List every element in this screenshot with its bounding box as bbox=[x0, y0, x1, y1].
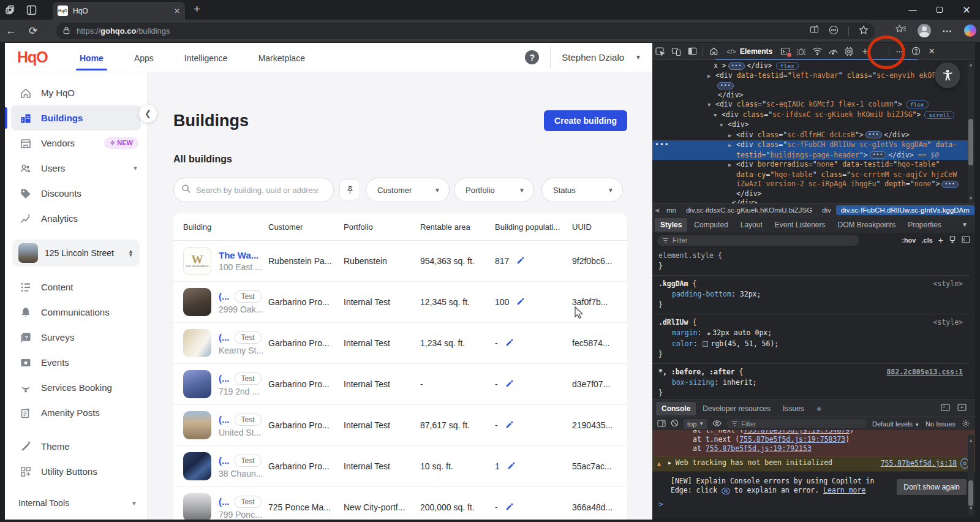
lock-icon[interactable] bbox=[62, 26, 70, 37]
dom-node[interactable]: ▶<div borderradius="none" data-testid="h… bbox=[652, 160, 969, 199]
console-sidebar-icon[interactable] bbox=[657, 420, 666, 428]
elements-scrollbar[interactable]: ▲ ▼ bbox=[968, 61, 974, 202]
devtools-help-icon[interactable] bbox=[908, 44, 924, 59]
console-add-tab-icon[interactable]: + bbox=[811, 401, 827, 416]
tab-properties[interactable]: Properties bbox=[902, 218, 947, 232]
dom-node[interactable]: </div> bbox=[652, 91, 969, 100]
console-filter-input[interactable]: Filter bbox=[726, 419, 867, 428]
table-row[interactable]: (...Test 2999 Oak... Garbarino Pro... In… bbox=[173, 282, 627, 323]
tab-dom-breakpoints[interactable]: DOM Breakpoints bbox=[832, 218, 901, 232]
application-icon[interactable] bbox=[841, 44, 857, 59]
sidebar-item-my-hqo[interactable]: My HqO bbox=[5, 80, 147, 105]
learn-more-link[interactable]: Learn more bbox=[823, 486, 865, 494]
devtools-close-icon[interactable]: ✕ bbox=[924, 44, 940, 59]
table-row[interactable]: (...Test Kearny St... Garbarino Pro... I… bbox=[173, 323, 627, 364]
building-name-link[interactable]: The Wa... bbox=[219, 250, 262, 260]
topnav-intelligence[interactable]: Intelligence bbox=[183, 45, 229, 70]
edit-population-icon[interactable] bbox=[516, 256, 525, 267]
user-caret-icon[interactable]: ▼ bbox=[635, 54, 641, 61]
sidebar-item-internal-tools[interactable]: Internal Tools ▼ bbox=[5, 493, 147, 513]
css-property[interactable]: box-sizing: inherit; bbox=[658, 377, 963, 388]
favorites-bar-icon[interactable] bbox=[895, 25, 907, 37]
profile-avatar[interactable] bbox=[918, 24, 931, 37]
address-bar[interactable]: https://gohqo.co/buildings bbox=[56, 23, 875, 39]
table-row[interactable]: (...Test United St... Garbarino Pro... I… bbox=[173, 405, 627, 446]
expand-closed-icon[interactable]: ▶ bbox=[728, 131, 732, 141]
stack-source-link[interactable]: 755.87be5f5d.js:19:754879 bbox=[744, 430, 850, 434]
dom-node[interactable]: x >•••</div>flex bbox=[652, 61, 969, 71]
column-header-population[interactable]: Building populati... bbox=[495, 222, 572, 232]
tab-close-icon[interactable]: ✕ bbox=[174, 7, 180, 15]
network-conditions-icon[interactable] bbox=[809, 44, 825, 59]
console-tab-developer-resources[interactable]: Developer resources bbox=[697, 402, 776, 415]
dom-node[interactable]: </div> bbox=[652, 199, 969, 203]
new-tab-button[interactable]: + bbox=[194, 2, 200, 16]
edit-population-icon[interactable] bbox=[505, 502, 514, 513]
copilot-icon[interactable] bbox=[964, 25, 976, 37]
maximize-button[interactable] bbox=[926, 0, 953, 20]
breadcrumb-item[interactable]: div bbox=[817, 205, 836, 215]
warning-source-link[interactable]: 755.87be5f5d.js:18 bbox=[881, 459, 957, 468]
dont-show-again-button[interactable]: Don't show again bbox=[897, 479, 967, 495]
minimize-button[interactable]: — bbox=[899, 0, 926, 20]
create-building-button[interactable]: Create building bbox=[544, 110, 627, 131]
table-row[interactable]: (...Test 38 Chaun... Garbarino Pro... In… bbox=[173, 446, 627, 487]
computed-toggle-icon[interactable] bbox=[949, 236, 956, 245]
hqo-logo[interactable]: HqO bbox=[17, 48, 71, 66]
sidebar-item-services-booking[interactable]: Services Booking bbox=[5, 375, 147, 400]
sidebar-item-surveys[interactable]: ?Surveys bbox=[5, 325, 147, 350]
dom-node[interactable]: ▼<div class="sc-ifdsxC sc-gKiuek hKOmiU … bbox=[652, 110, 969, 121]
chevron-down-icon[interactable]: ▼ bbox=[132, 165, 138, 172]
debugger-icon[interactable] bbox=[793, 44, 809, 59]
tab-layout[interactable]: Layout bbox=[735, 218, 768, 232]
css-property[interactable]: padding-bottom: 32px; bbox=[658, 289, 963, 300]
css-rule[interactable]: .dRlIUw {<style>margin: ▶32px auto 0px;c… bbox=[652, 314, 969, 364]
expand-open-icon[interactable]: ▼ bbox=[720, 121, 723, 130]
sidebar-item-content[interactable]: Content bbox=[5, 274, 147, 300]
table-row[interactable]: WTHE WANAMAKER The Wa... 100 East ... Ru… bbox=[173, 241, 627, 282]
settings-more-icon[interactable]: ⋯ bbox=[942, 25, 953, 37]
sidebar-item-buildings[interactable]: Buildings bbox=[11, 105, 141, 130]
inspect-element-icon[interactable] bbox=[652, 44, 668, 59]
topnav-home[interactable]: Home bbox=[78, 45, 105, 70]
expand-warning-icon[interactable]: ▶ bbox=[668, 458, 671, 469]
stack-source-link[interactable]: 755.87be5f5d.js:19:792153 bbox=[706, 444, 812, 453]
sidebar-item-theme[interactable]: Theme bbox=[5, 434, 147, 459]
console-scrollbar[interactable]: ▼ ▲ bbox=[968, 435, 974, 515]
console-expand-icon[interactable] bbox=[957, 404, 967, 413]
portfolio-filter-dropdown[interactable]: Portfolio▼ bbox=[454, 178, 534, 202]
console-tab-console[interactable]: Console bbox=[656, 402, 696, 415]
browser-tab[interactable]: HqO HqO ✕ bbox=[53, 2, 185, 20]
edit-population-icon[interactable] bbox=[516, 297, 525, 308]
breadcrumb-item[interactable]: div.sc-ifdsxC.sc-gKiuek.hKOmiU.biZJSG bbox=[681, 205, 817, 215]
edit-population-icon[interactable] bbox=[505, 379, 514, 390]
dock-styles-icon[interactable] bbox=[962, 236, 970, 244]
breadcrumb-right-icon[interactable]: ▶ bbox=[974, 207, 975, 213]
building-selector-toggle-icon[interactable]: ▲▼ bbox=[128, 249, 134, 257]
toggle-cls[interactable]: .cls bbox=[921, 236, 932, 244]
refresh-button[interactable]: ⟳ bbox=[22, 25, 44, 37]
pin-search-button[interactable] bbox=[339, 180, 360, 200]
back-button[interactable]: ← bbox=[0, 25, 22, 37]
column-header-rentable-area[interactable]: Rentable area bbox=[420, 222, 495, 232]
dom-node[interactable]: ▼<div class="sc-eqIAUc kGMcfJ flex-1 col… bbox=[652, 100, 969, 110]
sidebar-item-discounts[interactable]: Discounts bbox=[5, 181, 147, 206]
new-style-rule-icon[interactable]: + bbox=[938, 235, 943, 245]
tab-elements[interactable]: </>Elements bbox=[722, 43, 777, 60]
expand-closed-icon[interactable]: ▶ bbox=[728, 141, 732, 151]
rule-origin[interactable]: 882.2c805e13.css:1 bbox=[886, 367, 963, 377]
building-name-link[interactable]: (...Test bbox=[219, 290, 263, 303]
dom-node-selected[interactable]: •••▶<div class="sc-fFubCH dRlIUw sc-gInt… bbox=[652, 140, 969, 160]
dom-node[interactable]: ▶<div data-testid="left-navbar" class="s… bbox=[652, 71, 969, 91]
dock-side-icon[interactable] bbox=[684, 44, 700, 59]
tab-actions-icon[interactable] bbox=[21, 2, 42, 18]
dom-node[interactable]: ▼<div> bbox=[652, 120, 969, 130]
table-row[interactable]: (...Test 719 2nd ... Garbarino Pro... In… bbox=[173, 364, 627, 405]
edit-population-icon[interactable] bbox=[507, 461, 516, 472]
search-input[interactable] bbox=[196, 186, 318, 195]
close-button[interactable]: ✕ bbox=[953, 0, 980, 20]
sidebar-item-analytics[interactable]: Analytics bbox=[5, 206, 147, 231]
expand-closed-icon[interactable]: ▶ bbox=[707, 72, 711, 81]
url-text[interactable]: https://gohqo.co/buildings bbox=[77, 26, 170, 36]
console-panel-icon[interactable] bbox=[777, 44, 793, 59]
